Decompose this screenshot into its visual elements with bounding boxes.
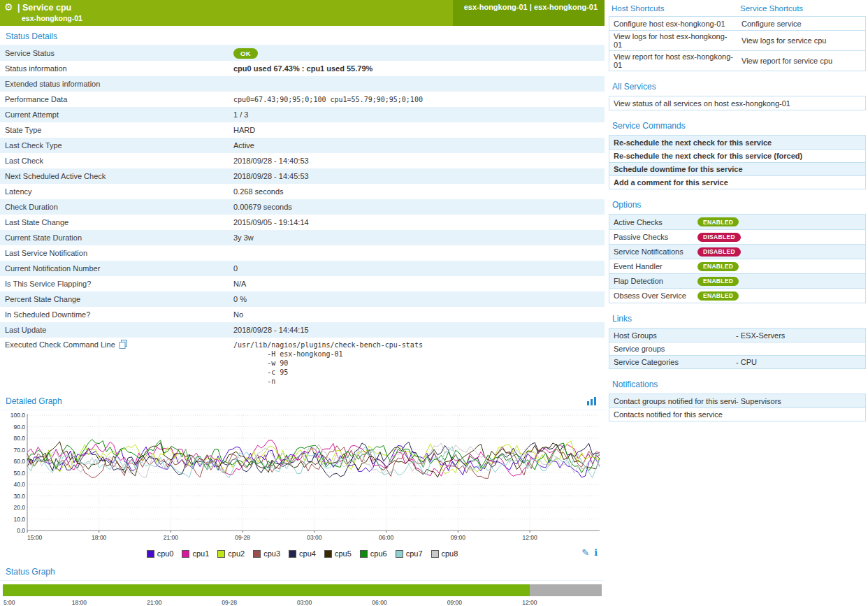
- host-shortcuts-title[interactable]: Host Shortcuts: [609, 4, 737, 13]
- status-row: Current Attempt1 / 3: [0, 107, 605, 122]
- status-row: Current State Duration3y 3w: [0, 230, 605, 245]
- host-shortcut-link[interactable]: View report for host esx-hongkong-01: [609, 51, 737, 71]
- status-row: Executed Check Command Line/usr/lib/nagi…: [0, 338, 605, 391]
- detailed-graph-title[interactable]: Detailed Graph: [0, 391, 62, 410]
- legend-label: cpu5: [335, 549, 352, 558]
- legend-label: cpu8: [442, 549, 458, 558]
- service-shortcuts-title[interactable]: Service Shortcuts: [737, 4, 866, 13]
- info-icon[interactable]: ℹ: [594, 547, 598, 558]
- status-graph-tick-label: 09:00: [447, 599, 462, 606]
- status-ok-segment: [3, 584, 530, 596]
- graph-tools: ✎ ℹ: [581, 547, 598, 558]
- service-command-link[interactable]: Add a comment for this service: [609, 175, 865, 189]
- detailed-graph-section: Detailed Graph 100.090.080.070.060.050.0…: [0, 391, 605, 561]
- option-state-badge: DISABLED: [697, 233, 741, 242]
- status-row: Extended status information: [0, 76, 605, 92]
- detailed-graph-canvas: 100.090.080.070.060.050.040.030.020.010.…: [0, 412, 601, 546]
- link-row-value[interactable]: - CPU: [736, 358, 865, 366]
- status-graph-tick-label: 18:00: [72, 599, 87, 606]
- status-information-text: cpu0 used 67.43% : cpu1 used 55.79%: [233, 64, 372, 73]
- host-shortcut-link[interactable]: Configure host esx-hongkong-01: [609, 18, 737, 29]
- option-row[interactable]: Flap DetectionENABLED: [609, 273, 865, 288]
- svg-text:60.0: 60.0: [13, 458, 25, 465]
- status-row-label: Percent State Change: [0, 295, 233, 303]
- notification-row-label: Contacts notified for this service: [609, 410, 736, 419]
- notification-row-label: Contact groups notified for this service: [609, 397, 736, 405]
- service-commands-title[interactable]: Service Commands: [612, 121, 866, 131]
- status-row: Last Update2018/09/28 - 14:44:15: [0, 322, 605, 338]
- status-graph-section: Status Graph 5:0018:0021:0009-2803:0006:…: [0, 561, 605, 606]
- shortcut-row: View logs for host esx-hongkong-01View l…: [609, 30, 865, 50]
- service-shortcut-link[interactable]: View report for service cpu: [737, 55, 865, 66]
- options-title[interactable]: Options: [612, 200, 866, 210]
- status-row-label: Status information: [0, 64, 233, 73]
- svg-text:30.0: 30.0: [13, 493, 25, 500]
- status-row: Check Duration0.00679 seconds: [0, 199, 605, 215]
- svg-text:12:00: 12:00: [522, 534, 537, 541]
- service-command-link[interactable]: Schedule downtime for this service: [609, 162, 865, 175]
- notification-row: Contacts notified for this service: [609, 407, 865, 421]
- status-row: In Scheduled Downtime?No: [0, 307, 605, 322]
- status-row: State TypeHARD: [0, 122, 605, 138]
- links-title[interactable]: Links: [612, 314, 866, 324]
- link-row: Host Groups- ESX-Servers: [609, 329, 865, 342]
- status-graph-title[interactable]: Status Graph: [0, 561, 55, 580]
- status-graph-bar: [3, 584, 602, 596]
- status-row-value: 0.268 seconds: [233, 187, 605, 196]
- notifications-title[interactable]: Notifications: [612, 380, 866, 389]
- status-row-label: Check Duration: [0, 203, 233, 211]
- svg-text:21:00: 21:00: [164, 534, 179, 541]
- status-graph-tick-label: 06:00: [372, 599, 386, 606]
- svg-text:09:00: 09:00: [451, 534, 466, 541]
- graph-legend: cpu0cpu1cpu2cpu3cpu4cpu5cpu6cpu7cpu8: [0, 546, 605, 561]
- status-row-value: HARD: [233, 126, 605, 134]
- service-shortcut-link[interactable]: Configure service: [737, 18, 865, 29]
- notification-row-value[interactable]: - Supervisors: [736, 397, 865, 405]
- header-host-links[interactable]: esx-hongkong-01 | esx-hongkong-01: [453, 0, 605, 26]
- edit-graph-icon[interactable]: ✎: [581, 547, 589, 558]
- status-row-value: cpu0=67.43;90;95;0;100 cpu1=55.79;90;95;…: [233, 96, 605, 103]
- bar-chart-icon[interactable]: [587, 397, 596, 405]
- legend-item: cpu8: [431, 549, 458, 558]
- status-row-label: State Type: [0, 126, 233, 134]
- sidebar: Host Shortcuts Service Shortcuts Configu…: [609, 0, 866, 421]
- option-state-badge: ENABLED: [697, 262, 739, 271]
- status-row-label: Extended status information: [0, 80, 233, 88]
- main-column: ⚙ | Service cpu esx-hongkong-01 esx-hong…: [0, 0, 605, 606]
- gear-icon[interactable]: ⚙: [4, 2, 13, 12]
- all-services-title[interactable]: All Services: [612, 82, 866, 92]
- host-shortcut-link[interactable]: View logs for host esx-hongkong-01: [609, 31, 737, 50]
- status-row-value: 2018/09/28 - 14:45:53: [233, 172, 605, 180]
- service-shortcut-link[interactable]: View logs for service cpu: [737, 35, 865, 46]
- copy-command-icon[interactable]: [119, 340, 128, 349]
- status-row-value: Active: [233, 141, 605, 150]
- legend-label: cpu0: [157, 549, 174, 558]
- status-row-value: 1 / 3: [233, 110, 605, 119]
- links-table: Host Groups- ESX-ServersService groupsSe…: [609, 328, 866, 369]
- status-row-label: Is This Service Flapping?: [0, 280, 233, 288]
- detailed-graph-header: Detailed Graph: [0, 391, 605, 410]
- service-command-link[interactable]: Re-schedule the next check for this serv…: [609, 149, 865, 162]
- status-row-value: No: [233, 310, 605, 319]
- option-row[interactable]: Passive ChecksDISABLED: [609, 229, 865, 244]
- status-row: Current Notification Number0: [0, 261, 605, 276]
- link-row-value[interactable]: - ESX-Servers: [736, 331, 865, 340]
- svg-text:03:00: 03:00: [307, 534, 322, 541]
- link-row: Service groups: [609, 342, 865, 355]
- option-row[interactable]: Service NotificationsDISABLED: [609, 244, 865, 259]
- status-graph-tick-label: 21:00: [147, 599, 161, 606]
- option-row[interactable]: Active ChecksENABLED: [609, 215, 865, 229]
- shortcuts-header: Host Shortcuts Service Shortcuts: [609, 0, 866, 16]
- all-services-link[interactable]: View status of all services on host esx-…: [609, 96, 865, 110]
- legend-item: cpu5: [324, 549, 352, 558]
- status-details-title[interactable]: Status Details: [0, 26, 57, 45]
- legend-swatch: [217, 550, 225, 558]
- service-command-link[interactable]: Re-schedule the next check for this serv…: [609, 136, 865, 149]
- legend-label: cpu7: [406, 549, 423, 558]
- link-row-label: Service groups: [609, 345, 736, 353]
- option-row[interactable]: Obsess Over ServiceENABLED: [609, 288, 865, 303]
- status-graph-tick-label: 5:00: [3, 599, 15, 606]
- option-row[interactable]: Event HandlerENABLED: [609, 259, 865, 273]
- status-row-value: 2015/09/05 - 19:14:14: [233, 218, 605, 226]
- status-row-value: 2018/09/28 - 14:40:53: [233, 157, 605, 165]
